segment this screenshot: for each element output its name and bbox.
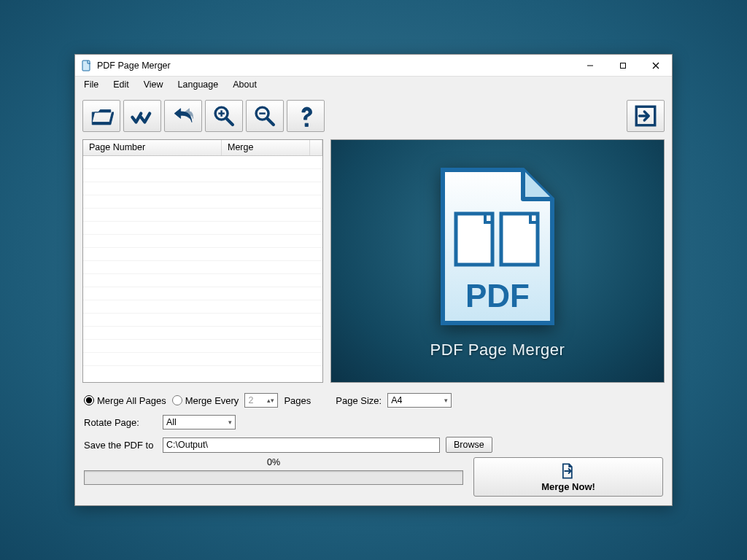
- close-button[interactable]: [639, 55, 672, 77]
- maximize-button[interactable]: [606, 55, 639, 77]
- list-row: [83, 248, 322, 261]
- col-page-number[interactable]: Page Number: [83, 140, 222, 155]
- list-row: [83, 169, 322, 182]
- list-row: [83, 222, 322, 235]
- svg-rect-0: [82, 61, 90, 71]
- list-row: [83, 274, 322, 287]
- svg-line-6: [226, 118, 233, 125]
- col-merge[interactable]: Merge: [222, 140, 310, 155]
- merge-every-spinner[interactable]: 2▴▾: [244, 393, 278, 408]
- save-label: Save the PDF to: [84, 440, 157, 451]
- svg-rect-2: [620, 63, 625, 68]
- progress-label: 0%: [267, 457, 280, 467]
- menu-file[interactable]: File: [78, 78, 104, 91]
- page-list[interactable]: Page Number Merge: [82, 139, 323, 383]
- merge-all-radio[interactable]: Merge All Pages: [84, 395, 166, 406]
- select-all-button[interactable]: [123, 100, 161, 132]
- list-row: [83, 300, 322, 314]
- list-row: [83, 287, 322, 300]
- list-row: [83, 209, 322, 222]
- svg-text:PDF: PDF: [465, 278, 530, 314]
- undo-button[interactable]: [164, 100, 202, 132]
- chevron-down-icon: ▾: [444, 397, 448, 404]
- merge-now-label: Merge Now!: [541, 481, 595, 492]
- spinner-icon: ▴▾: [267, 397, 274, 404]
- window-title: PDF Page Merger: [97, 61, 171, 71]
- minimize-button[interactable]: [573, 55, 606, 77]
- rotate-label: Rotate Page:: [84, 417, 157, 428]
- page-size-label: Page Size:: [336, 395, 382, 406]
- menu-about[interactable]: About: [227, 78, 263, 91]
- chevron-down-icon: ▾: [228, 419, 232, 426]
- merge-every-label: Merge Every: [185, 395, 239, 406]
- menu-view[interactable]: View: [138, 78, 169, 91]
- titlebar[interactable]: PDF Page Merger: [75, 55, 672, 77]
- rotate-select[interactable]: All▾: [163, 415, 236, 429]
- help-button[interactable]: [287, 100, 325, 132]
- app-window: PDF Page Merger File Edit View Language …: [74, 54, 673, 506]
- app-icon: [81, 60, 93, 71]
- list-row: [83, 353, 322, 366]
- list-row: [83, 195, 322, 209]
- toolbar: [75, 93, 672, 136]
- merge-all-label: Merge All Pages: [97, 395, 166, 406]
- export-button[interactable]: [627, 100, 665, 132]
- list-body[interactable]: [83, 156, 322, 382]
- list-row: [83, 340, 322, 353]
- bottom-row: 0% Merge Now!: [75, 457, 672, 505]
- merge-icon: [560, 462, 577, 480]
- zoom-in-button[interactable]: [205, 100, 243, 132]
- open-button[interactable]: [82, 100, 120, 132]
- zoom-out-button[interactable]: [246, 100, 284, 132]
- pages-word: Pages: [284, 395, 311, 406]
- menu-edit[interactable]: Edit: [107, 78, 135, 91]
- progress-bar: [84, 470, 463, 485]
- menubar: File Edit View Language About: [75, 77, 672, 93]
- content-area: Page Number Merge: [75, 136, 672, 386]
- browse-button[interactable]: Browse: [446, 437, 492, 453]
- menu-language[interactable]: Language: [172, 78, 225, 91]
- list-row: [83, 261, 322, 274]
- pdf-icon: PDF: [428, 163, 567, 330]
- preview-pane: PDF PDF Page Merger: [330, 139, 665, 383]
- list-row: [83, 182, 322, 195]
- list-header: Page Number Merge: [83, 140, 322, 156]
- save-path-input[interactable]: C:\Output\: [163, 438, 440, 453]
- list-row: [83, 235, 322, 248]
- list-row: [83, 156, 322, 169]
- list-row: [83, 327, 322, 340]
- merge-now-button[interactable]: Merge Now!: [473, 457, 663, 497]
- options-area: Merge All Pages Merge Every 2▴▾ Pages Pa…: [75, 386, 672, 457]
- list-row: [83, 314, 322, 327]
- col-spacer: [310, 140, 322, 155]
- preview-title: PDF Page Merger: [430, 341, 565, 359]
- svg-line-10: [267, 118, 274, 125]
- page-size-select[interactable]: A4▾: [387, 393, 452, 408]
- merge-every-radio[interactable]: Merge Every: [172, 395, 239, 406]
